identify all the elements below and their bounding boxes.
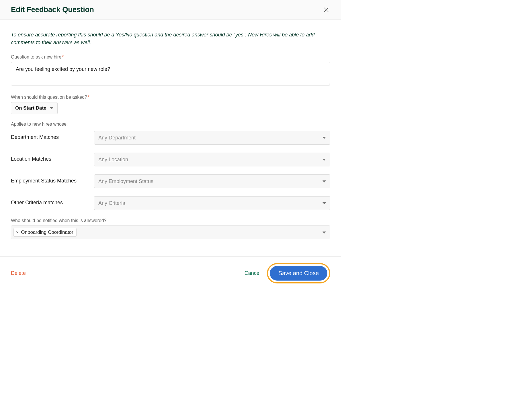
modal-title: Edit Feedback Question: [11, 5, 94, 14]
criteria-select-other[interactable]: Any Criteria: [94, 196, 330, 210]
question-textarea[interactable]: [11, 62, 330, 85]
chip-remove-icon[interactable]: ×: [16, 230, 19, 235]
chevron-down-icon: [323, 232, 326, 234]
chevron-down-icon: [323, 180, 326, 182]
question-label: Question to ask new hire*: [11, 55, 330, 60]
save-and-close-button[interactable]: Save and Close: [270, 266, 327, 281]
save-highlight: Save and Close: [267, 263, 330, 283]
modal-footer: Delete Cancel Save and Close: [0, 256, 341, 290]
delete-button[interactable]: Delete: [11, 270, 26, 276]
chevron-down-icon: [323, 159, 326, 161]
notify-chip[interactable]: × Onboarding Coordinator: [13, 228, 77, 237]
question-label-text: Question to ask new hire: [11, 55, 61, 59]
criteria-label-location: Location Matches: [11, 153, 94, 162]
when-label: When should this question be asked?*: [11, 95, 330, 100]
criteria-select-employment-status[interactable]: Any Employment Status: [94, 174, 330, 188]
notify-select[interactable]: × Onboarding Coordinator: [11, 225, 330, 239]
criteria-grid: Department Matches Any Department Locati…: [11, 131, 330, 210]
applies-to-label: Applies to new hires whose:: [11, 122, 330, 127]
criteria-placeholder: Any Location: [98, 157, 128, 163]
chevron-down-icon: [50, 107, 53, 109]
criteria-select-location[interactable]: Any Location: [94, 153, 330, 166]
when-label-text: When should this question be asked?: [11, 95, 87, 100]
criteria-label-department: Department Matches: [11, 131, 94, 141]
criteria-placeholder: Any Employment Status: [98, 178, 153, 184]
notify-label: Who should be notified when this is answ…: [11, 218, 330, 223]
chevron-down-icon: [323, 137, 326, 139]
criteria-label-employment-status: Employment Status Matches: [11, 174, 94, 184]
when-select[interactable]: On Start Date: [11, 102, 58, 114]
notify-chip-wrap: × Onboarding Coordinator: [13, 228, 77, 237]
criteria-placeholder: Any Criteria: [98, 200, 125, 206]
when-select-value: On Start Date: [15, 105, 46, 111]
modal-body: To ensure accurate reporting this should…: [0, 20, 341, 256]
cancel-button[interactable]: Cancel: [245, 270, 261, 276]
close-button[interactable]: [322, 6, 330, 14]
notify-chip-label: Onboarding Coordinator: [21, 230, 73, 235]
close-icon: [323, 7, 329, 13]
criteria-placeholder: Any Department: [98, 135, 136, 141]
modal-header: Edit Feedback Question: [0, 0, 341, 20]
helper-text: To ensure accurate reporting this should…: [11, 31, 326, 46]
criteria-select-department[interactable]: Any Department: [94, 131, 330, 145]
footer-right: Cancel Save and Close: [245, 263, 330, 283]
required-marker: *: [62, 55, 64, 59]
required-marker: *: [88, 95, 89, 100]
criteria-label-other: Other Criteria matches: [11, 196, 94, 206]
chevron-down-icon: [323, 202, 326, 204]
